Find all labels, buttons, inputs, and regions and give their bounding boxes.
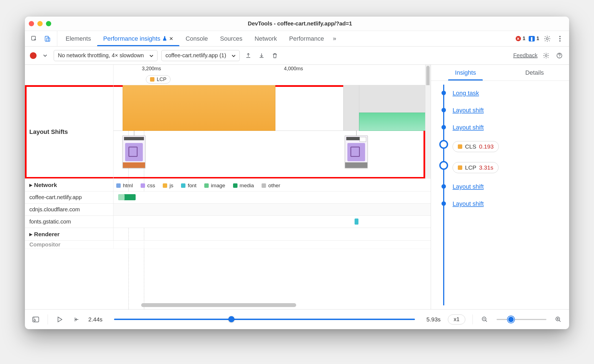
recording-label: coffee-cart.netlify.app (1) [166,52,226,59]
host-label: cdnjs.cloudflare.com [25,204,113,215]
tab-performance-insights[interactable]: Performance insights ✕ [97,31,180,46]
insight-cls-pill[interactable]: CLS 0.193 [453,141,499,152]
playback-bar: 2.44s 5.93s x1 [25,309,569,329]
titlebar: DevTools - coffee-cart.netlify.app/?ad=1 [25,17,569,31]
vertical-scrollbar[interactable] [425,65,431,85]
zoom-in-icon[interactable] [554,315,563,324]
lcp-label: LCP [157,77,166,82]
svg-point-9 [559,57,560,57]
insight-layout-shift-link[interactable]: Layout shift [453,107,484,114]
errors-badge[interactable]: ✕1 [516,36,525,41]
insight-layout-shift-link[interactable]: Layout shift [453,183,484,190]
insight-layout-shift-link[interactable]: Layout shift [453,124,484,131]
chevron-down-icon [149,52,153,59]
tab-sources[interactable]: Sources [214,31,249,46]
tab-network[interactable]: Network [249,31,283,46]
device-toolbar-icon[interactable] [43,34,52,43]
svg-point-6 [559,40,561,41]
settings-gear-icon[interactable] [543,34,552,43]
network-request-bar[interactable] [355,219,358,225]
messages-badge[interactable]: ❚1 [529,36,539,41]
record-button[interactable] [30,52,37,59]
kebab-menu-icon[interactable] [555,34,565,43]
horizontal-scrollbar[interactable] [119,303,425,308]
svg-point-4 [559,36,561,37]
insight-layout-shift-link[interactable]: Layout shift [453,200,484,207]
record-menu-caret[interactable] [40,51,50,60]
more-tabs-button[interactable]: » [330,31,339,46]
tab-details[interactable]: Details [500,65,569,80]
jump-to-start-button[interactable] [72,315,81,324]
svg-point-5 [559,38,561,39]
playback-speed-pill[interactable]: x1 [448,314,465,324]
close-tab-icon[interactable]: ✕ [169,36,173,42]
screenshot-toggle-icon[interactable] [31,315,40,324]
timeline-panel: 3,200ms 4,000ms 4,800ms LCP Layout Shift… [25,65,431,309]
layout-shift-thumbnail[interactable] [123,136,145,168]
panel-tabstrip: Elements Performance insights ✕ Console … [25,31,569,46]
insight-lcp-pill[interactable]: LCP 3.31s [453,162,499,173]
zoom-out-icon[interactable] [480,315,489,324]
insights-list: Long task Layout shift Layout shift CLS … [431,81,569,309]
help-icon[interactable] [555,51,564,60]
insight-long-task-link[interactable]: Long task [453,90,479,97]
tab-insights[interactable]: Insights [431,65,500,80]
legend-other: other [262,183,280,189]
insights-toolbar: No network throttling, 4× slowdown coffe… [25,46,569,65]
play-button[interactable] [55,315,64,324]
renderer-track-header[interactable]: ▶Renderer [25,228,431,241]
panel-settings-gear-icon[interactable] [541,51,551,60]
network-host-row[interactable]: coffee-cart.netlify.app [25,191,431,204]
network-label: Network [34,182,57,188]
export-icon[interactable] [244,51,253,60]
network-request-bar[interactable] [123,194,136,200]
lcp-swatch-icon [458,165,462,170]
delete-icon[interactable] [270,51,280,60]
layout-shift-thumbnail[interactable] [345,136,368,168]
tab-label: Performance insights [103,35,161,42]
tab-console[interactable]: Console [179,31,214,46]
network-host-row[interactable]: cdnjs.cloudflare.com [25,204,431,216]
lcp-label: LCP [465,164,476,171]
tablist: Elements Performance insights ✕ Console … [60,31,513,46]
host-label: coffee-cart.netlify.app [25,191,113,203]
insights-sidebar: Insights Details Long task Layout shift … [431,65,569,309]
tab-performance[interactable]: Performance [283,31,330,46]
compositor-track-header[interactable]: Compositor [25,241,431,249]
recording-select[interactable]: coffee-cart.netlify.app (1) [161,50,240,61]
minimize-window-icon[interactable] [37,21,43,26]
tracks-area: Layout Shifts [25,85,431,309]
legend-css: css [141,183,155,189]
inspect-element-icon[interactable] [29,34,39,43]
flask-icon [162,35,167,42]
zoom-slider[interactable] [497,319,546,320]
legend-font: font [181,183,197,189]
lcp-swatch-icon [150,77,154,82]
network-request-bar[interactable] [118,194,125,200]
svg-point-7 [545,54,547,56]
zoom-window-icon[interactable] [46,21,51,26]
vertical-scrollbar[interactable] [425,85,431,179]
compositor-label: Compositor [25,241,113,249]
network-host-row[interactable]: fonts.gstatic.com [25,216,431,228]
svg-point-3 [546,38,548,40]
ruler-tick: 4,000ms [284,66,303,72]
tab-elements[interactable]: Elements [60,31,97,46]
devtools-window: DevTools - coffee-cart.netlify.app/?ad=1… [25,17,569,329]
legend-media: media [233,183,254,189]
close-window-icon[interactable] [29,21,34,26]
lcp-marker-pill[interactable]: LCP [146,75,171,84]
throttling-select[interactable]: No network throttling, 4× slowdown [54,50,157,61]
playback-start-time: 2.44s [88,316,102,323]
host-label: fonts.gstatic.com [25,216,113,228]
time-ruler[interactable]: 3,200ms 4,000ms 4,800ms LCP [25,65,431,85]
track-label: Layout Shifts [25,85,113,178]
import-icon[interactable] [257,51,266,60]
cls-label: CLS [465,143,476,150]
layout-shifts-body[interactable] [113,85,431,178]
traffic-lights [29,21,51,26]
svg-rect-10 [33,317,39,322]
time-slider[interactable] [114,319,415,320]
feedback-link[interactable]: Feedback [513,52,538,58]
network-track-header[interactable]: ▶Network html css js font image media ot… [25,179,431,191]
